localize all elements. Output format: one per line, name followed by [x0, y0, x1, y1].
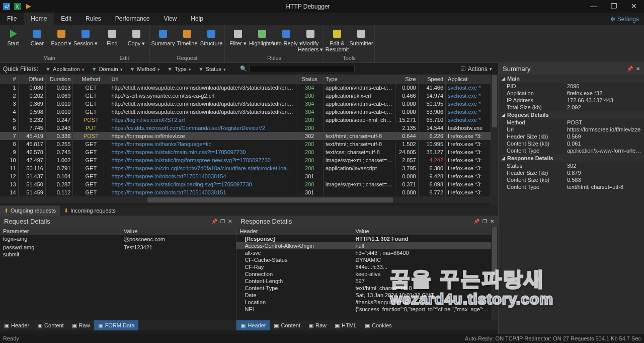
- filter-button[interactable]: Filter ▾: [226, 27, 250, 47]
- pin-icon[interactable]: 📌: [211, 219, 217, 224]
- table-row[interactable]: 1150.1160.791GEThttps://formspree.io/cdn…: [0, 164, 491, 172]
- table-row[interactable]: 845.8170.255GEThttps://formspree.io/than…: [0, 140, 491, 148]
- search-icon[interactable]: 🔍: [240, 65, 247, 72]
- structure-button[interactable]: Structure: [199, 27, 223, 47]
- table-row[interactable]: 745.4190.336POSThttps://formspree.io/f/m…: [0, 132, 491, 140]
- response-header-row[interactable]: [Response]HTTP/1.1 302 Found: [236, 235, 491, 242]
- actions-button[interactable]: ☑ Actions ▾: [457, 65, 495, 73]
- table-row[interactable]: 946.5780.745GEThttps://formspree.io/stat…: [0, 148, 491, 156]
- col-speed[interactable]: Speed: [419, 75, 446, 83]
- menu-home[interactable]: Home: [24, 13, 54, 25]
- col-type[interactable]: Type: [324, 75, 395, 83]
- settings-button[interactable]: ✻ Settings: [610, 13, 644, 25]
- filter-domain[interactable]: ▼Domain: [92, 66, 123, 72]
- editresubmit-button[interactable]: Edit & Resubmit: [325, 27, 349, 53]
- summary-section-main[interactable]: ◢ Main: [499, 75, 644, 83]
- tab-content[interactable]: ▣Content: [33, 320, 68, 330]
- clear-button[interactable]: Clear: [25, 27, 49, 47]
- tab-formdata[interactable]: ▣FORM Data: [94, 320, 139, 330]
- response-header-row[interactable]: Content-Typetext/html; charset=utf-8: [236, 285, 491, 292]
- tab-incoming[interactable]: ⬇ Incoming requests: [60, 205, 120, 216]
- restore-icon[interactable]: ❐: [220, 219, 225, 224]
- menu-view[interactable]: View: [156, 13, 184, 25]
- autoreply-button[interactable]: Auto-Reply ▾: [274, 27, 298, 47]
- menu-performance[interactable]: Performance: [108, 13, 157, 25]
- summary-section-request-details[interactable]: ◢ Request Details: [499, 111, 644, 119]
- table-row[interactable]: 1251.4370.104GEThttps://formspree.io/rob…: [0, 172, 491, 180]
- copy-button[interactable]: Copy ▾: [124, 27, 148, 47]
- tab-html[interactable]: ▣HTML: [331, 320, 361, 330]
- response-header-row[interactable]: CF-Ray844e...fc33...: [236, 263, 491, 270]
- start-button[interactable]: Start: [1, 27, 25, 47]
- requests-grid[interactable]: # Offset Duration Method Url Status Type…: [0, 75, 491, 205]
- session-button[interactable]: Session ▾: [73, 27, 98, 47]
- request-param-row[interactable]: passwd-amgTest123421: [0, 244, 236, 251]
- resp-col-header[interactable]: Header: [236, 227, 352, 235]
- filter-method[interactable]: ▼Method: [130, 66, 160, 72]
- col-url[interactable]: Url: [109, 75, 296, 83]
- request-param-row[interactable]: submit: [0, 251, 236, 258]
- excel-icon[interactable]: X: [14, 3, 21, 10]
- table-row[interactable]: 67.7450.243PUThttps://cs.dds.microsoft.c…: [0, 124, 491, 132]
- pin-icon[interactable]: 📌: [473, 219, 479, 224]
- response-header-row[interactable]: NEL{"success_fraction":0,"report_to":"cf…: [236, 306, 491, 313]
- col-num[interactable]: #: [0, 75, 19, 83]
- modifyheaders-button[interactable]: Modify Headers ▾: [298, 27, 323, 53]
- tab-outgoing[interactable]: ⬆ Outgoing requests: [0, 205, 60, 216]
- response-header-row[interactable]: DateSat, 13 Jan 2024 10:01:32 GMT: [236, 292, 491, 299]
- response-header-row[interactable]: CF-Cache-StatusDYNAMIC: [236, 256, 491, 263]
- resp-col-value[interactable]: Value: [352, 227, 491, 235]
- filter-application[interactable]: ▼Application: [45, 66, 85, 72]
- menu-help[interactable]: Help: [184, 13, 210, 25]
- tab-header[interactable]: ▣Header: [0, 320, 33, 330]
- tab-header[interactable]: ▣Header: [236, 320, 270, 330]
- req-col-param[interactable]: Parameter: [0, 227, 121, 235]
- table-row[interactable]: 1351.4500.287GEThttps://formspree.io/sta…: [0, 180, 491, 188]
- table-row[interactable]: 20.2020.069GEThttp://ts-crl.ws.symantec.…: [0, 92, 491, 100]
- tab-raw[interactable]: ▣Raw: [68, 320, 94, 330]
- summary-button[interactable]: Summary: [151, 27, 175, 47]
- submitter-button[interactable]: Submitter: [349, 27, 373, 47]
- find-button[interactable]: Find: [100, 27, 124, 47]
- maximize-button[interactable]: ❐: [604, 0, 624, 13]
- table-row[interactable]: 10.0800.013GEThttp://ctldl.windowsupdate…: [0, 84, 491, 92]
- export-button[interactable]: Export ▾: [49, 27, 73, 47]
- close-icon[interactable]: ✕: [228, 219, 232, 224]
- col-method[interactable]: Method: [73, 75, 109, 83]
- summary-section-response-details[interactable]: ◢ Response Details: [499, 154, 644, 162]
- table-row[interactable]: 30.3690.010GEThttp://ctldl.windowsupdate…: [0, 100, 491, 108]
- col-offset[interactable]: Offset: [19, 75, 46, 83]
- table-row[interactable]: 56.2320.247POSThttps://login.live.com/RS…: [0, 116, 491, 124]
- minimize-button[interactable]: —: [584, 0, 604, 13]
- response-header-row[interactable]: Access-Control-Allow-Originnull: [236, 242, 491, 249]
- response-header-row[interactable]: Location/thanks?language=ko: [236, 299, 491, 306]
- tab-raw[interactable]: ▣Raw: [304, 320, 331, 330]
- pin-icon[interactable]: 📌: [627, 66, 633, 72]
- close-button[interactable]: ✕: [624, 0, 644, 13]
- menu-file[interactable]: File: [0, 13, 24, 25]
- search-input[interactable]: [249, 65, 355, 73]
- col-duration[interactable]: Duration: [46, 75, 73, 83]
- response-scrollbar[interactable]: [491, 227, 498, 320]
- table-row[interactable]: 40.5980.010GEThttp://ctldl.windowsupdate…: [0, 108, 491, 116]
- tab-content[interactable]: ▣Content: [270, 320, 304, 330]
- response-header-row[interactable]: alt-svch3=":443"; ma=86400: [236, 249, 491, 256]
- restore-icon[interactable]: ❐: [482, 219, 487, 224]
- filter-status[interactable]: ▼Status: [198, 66, 226, 72]
- code-icon[interactable]: </: [3, 3, 10, 10]
- col-application[interactable]: Applicat: [446, 75, 491, 83]
- req-col-value[interactable]: Value: [121, 227, 236, 235]
- horizontal-scrollbar[interactable]: [0, 196, 491, 203]
- timeline-button[interactable]: Timeline: [175, 27, 199, 47]
- response-header-row[interactable]: Content-Length597: [236, 278, 491, 285]
- vertical-scrollbar[interactable]: [491, 75, 498, 205]
- request-param-row[interactable]: login-amgⓟposcoenc.com: [0, 235, 236, 244]
- close-icon[interactable]: ✕: [490, 219, 494, 224]
- close-icon[interactable]: ✕: [636, 66, 640, 72]
- menu-edit[interactable]: Edit: [54, 13, 78, 25]
- response-header-row[interactable]: Connectionkeep-alive: [236, 270, 491, 278]
- col-size[interactable]: Size: [395, 75, 418, 83]
- tab-cookies[interactable]: ▣Cookies: [361, 320, 396, 330]
- script-icon[interactable]: [25, 3, 32, 10]
- menu-rules[interactable]: Rules: [78, 13, 108, 25]
